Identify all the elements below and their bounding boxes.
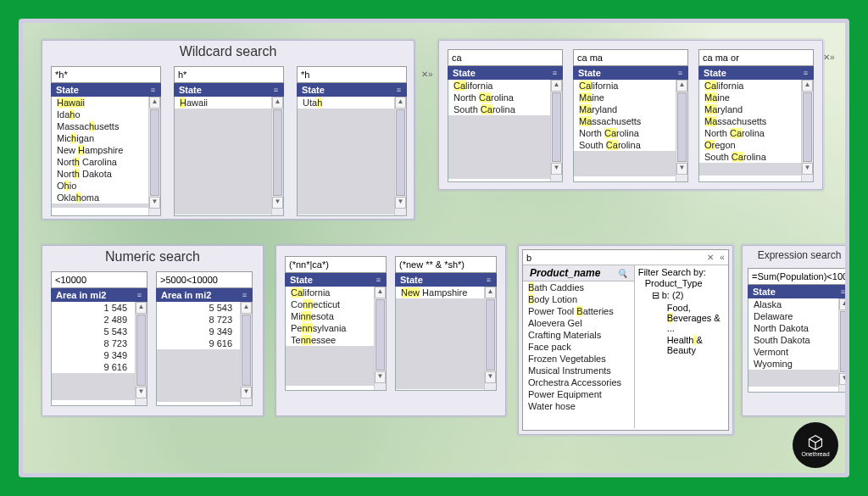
list-item[interactable]: North Dakota — [748, 322, 839, 334]
drag-handle-icon[interactable]: ≡ — [151, 86, 156, 94]
search-input[interactable] — [175, 68, 298, 81]
list-item[interactable]: 5 543 — [52, 326, 136, 337]
scroll-down-icon[interactable]: ▼ — [485, 371, 496, 383]
drag-handle-icon[interactable]: ≡ — [553, 69, 558, 77]
scroll-thumb[interactable] — [840, 311, 849, 372]
scroll-thumb[interactable] — [552, 92, 561, 162]
scroll-up-icon[interactable]: ▲ — [375, 287, 386, 298]
list-item[interactable]: North Carolina — [574, 127, 676, 139]
list-item[interactable]: South Carolina — [574, 139, 676, 151]
list-item[interactable]: Power Equipment — [523, 388, 634, 400]
list-item[interactable]: North Dakota — [52, 168, 149, 180]
listbox-header[interactable]: State≡ — [748, 285, 849, 298]
list-item[interactable]: California — [699, 80, 802, 92]
scroll-thumb[interactable] — [136, 315, 146, 386]
scroll-down-icon[interactable]: ▼ — [136, 387, 147, 398]
list-item[interactable]: Oregon — [699, 139, 802, 151]
expand-icon[interactable]: » — [428, 68, 433, 81]
list-item[interactable]: Vermont — [748, 346, 839, 358]
list-item[interactable]: Massachusetts — [574, 115, 676, 127]
list-item[interactable]: Power Tool Batteries — [523, 305, 634, 317]
scrollbar[interactable]: ▲▼ — [676, 80, 687, 181]
list-item[interactable]: Frozen Vegetables — [523, 353, 634, 365]
scroll-up-icon[interactable]: ▲ — [136, 302, 147, 314]
list-item[interactable]: New Hampshire — [396, 287, 485, 298]
list-item[interactable]: Minnesota — [286, 310, 375, 322]
scroll-up-icon[interactable]: ▲ — [241, 302, 252, 314]
scrollbar[interactable]: ▲▼ — [148, 97, 160, 215]
list-item[interactable]: Alaska — [748, 298, 839, 310]
list-item[interactable]: California — [574, 80, 676, 92]
scroll-thumb[interactable] — [396, 109, 405, 196]
listbox-header[interactable]: State≡ — [51, 83, 161, 97]
list-item[interactable]: 9 616 — [157, 337, 241, 349]
list-item[interactable]: North Carolina — [699, 127, 802, 139]
list-item[interactable]: Maine — [699, 92, 802, 103]
scroll-up-icon[interactable]: ▲ — [272, 97, 283, 109]
list-item[interactable]: California — [286, 287, 375, 298]
list-item[interactable]: Utah — [298, 97, 395, 109]
scroll-up-icon[interactable]: ▲ — [676, 80, 687, 92]
listbox-header[interactable]: State≡ — [448, 66, 563, 80]
scroll-up-icon[interactable]: ▲ — [149, 97, 160, 109]
search-input[interactable] — [286, 258, 409, 271]
scroll-thumb[interactable] — [150, 109, 159, 196]
list-item[interactable]: Water hose — [523, 400, 634, 412]
listbox-header[interactable]: State≡ — [395, 273, 497, 287]
scroll-thumb[interactable] — [677, 92, 687, 162]
list-item[interactable]: Orchestra Accessories — [523, 376, 634, 388]
drag-handle-icon[interactable]: ≡ — [137, 291, 142, 299]
list-item[interactable]: South Carolina — [448, 103, 551, 115]
drag-handle-icon[interactable]: ≡ — [841, 287, 846, 296]
scroll-down-icon[interactable]: ▼ — [676, 163, 687, 175]
search-icon[interactable]: 🔍 — [617, 269, 627, 278]
list-item[interactable]: North Carolina — [52, 156, 149, 168]
scrollbar[interactable]: ▲▼ — [240, 302, 252, 405]
scrollbar[interactable]: ▲▼ — [484, 287, 496, 390]
list-item[interactable]: Wyoming — [748, 358, 839, 370]
list-item[interactable]: Massachusetts — [52, 120, 149, 132]
close-icon[interactable]: ✕ — [421, 68, 428, 81]
listbox-header[interactable]: Area in mi2≡ — [156, 288, 253, 302]
list-item[interactable]: North Carolina — [448, 92, 551, 103]
scrollbar[interactable]: ▲▼ — [271, 97, 283, 215]
scroll-thumb[interactable] — [242, 315, 251, 386]
scroll-down-icon[interactable]: ▼ — [839, 373, 849, 385]
scrollbar[interactable]: ▲▼ — [550, 80, 562, 181]
list-item[interactable]: 8 723 — [52, 337, 136, 349]
listbox-header[interactable]: Area in mi2≡ — [51, 288, 147, 302]
scroll-down-icon[interactable]: ▼ — [802, 163, 813, 175]
tree-node[interactable]: ⊟ b: (2) — [638, 289, 725, 302]
list-item[interactable]: Massachusetts — [699, 115, 802, 127]
listbox-header[interactable]: State≡ — [285, 273, 387, 287]
scroll-down-icon[interactable]: ▼ — [272, 197, 283, 209]
scroll-down-icon[interactable]: ▼ — [149, 197, 160, 209]
search-input[interactable] — [157, 273, 281, 287]
search-input[interactable] — [396, 258, 520, 271]
close-icon[interactable]: ✕ — [823, 51, 830, 64]
expand-icon[interactable]: » — [830, 51, 835, 64]
list-item[interactable]: South Dakota — [748, 334, 839, 346]
drag-handle-icon[interactable]: ≡ — [804, 69, 809, 77]
collapse-icon[interactable]: « — [716, 251, 728, 265]
search-input[interactable] — [748, 270, 849, 283]
search-input[interactable] — [52, 68, 175, 81]
scroll-up-icon[interactable]: ▲ — [395, 97, 406, 109]
search-input[interactable] — [448, 51, 572, 64]
list-item[interactable]: Maine — [574, 92, 676, 103]
drag-handle-icon[interactable]: ≡ — [376, 276, 381, 284]
scroll-thumb[interactable] — [803, 92, 812, 162]
list-item[interactable]: Idaho — [52, 109, 149, 120]
drag-handle-icon[interactable]: ≡ — [678, 69, 683, 77]
listbox-header[interactable]: State≡ — [174, 83, 284, 97]
scroll-down-icon[interactable]: ▼ — [375, 371, 386, 383]
scrollbar[interactable]: ▲▼ — [135, 302, 147, 405]
list-item[interactable]: Maryland — [699, 103, 802, 115]
list-item[interactable]: New Hampshire — [52, 144, 149, 156]
scrollbar[interactable]: ▲▼ — [801, 80, 813, 181]
tree-root[interactable]: Product_Type — [638, 277, 725, 289]
product-search-input[interactable] — [523, 250, 704, 265]
list-item[interactable]: Michigan — [52, 132, 149, 144]
drag-handle-icon[interactable]: ≡ — [242, 291, 248, 299]
scroll-up-icon[interactable]: ▲ — [802, 80, 813, 92]
